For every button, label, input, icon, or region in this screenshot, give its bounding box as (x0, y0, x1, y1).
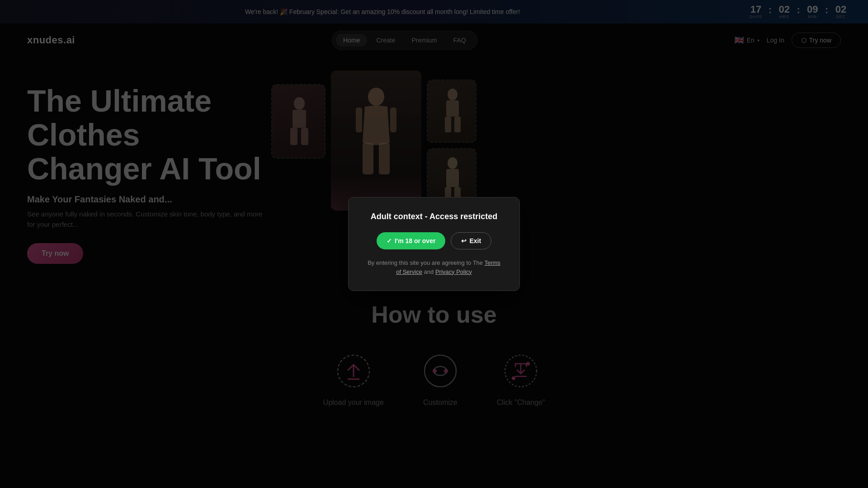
privacy-link[interactable]: Privacy Policy (435, 268, 472, 275)
checkmark-icon: ✓ (387, 237, 392, 244)
modal-title: Adult context - Access restricted (367, 212, 501, 221)
modal-overlay: Adult context - Access restricted ✓ I'm … (0, 0, 868, 488)
modal-terms-text: By entering this site you are agreeing t… (367, 258, 501, 276)
exit-button[interactable]: ↩ Exit (451, 232, 491, 249)
confirm-age-button[interactable]: ✓ I'm 18 or over (377, 232, 445, 249)
exit-icon: ↩ (461, 237, 467, 244)
age-verification-modal: Adult context - Access restricted ✓ I'm … (348, 197, 520, 291)
modal-buttons: ✓ I'm 18 or over ↩ Exit (367, 232, 501, 249)
